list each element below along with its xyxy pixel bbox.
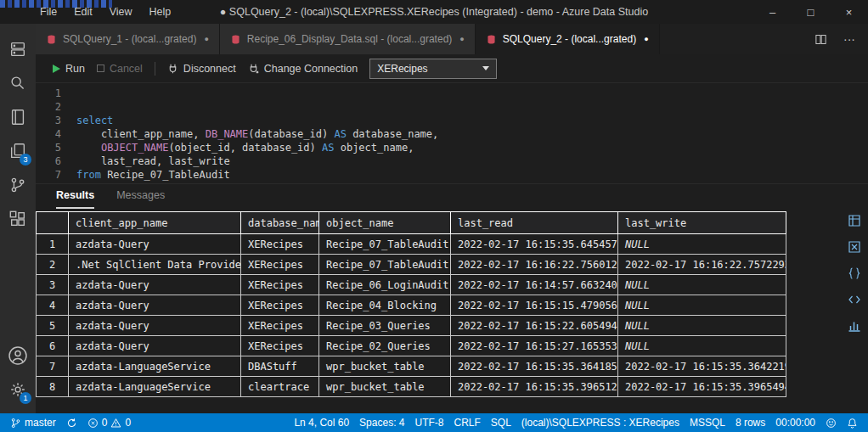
feedback-button[interactable] bbox=[820, 418, 842, 429]
cell[interactable]: azdata-Query bbox=[69, 234, 241, 255]
cell[interactable]: azdata-LanguageService bbox=[69, 377, 241, 397]
database-dropdown[interactable]: XERecipes bbox=[369, 59, 497, 79]
cell[interactable]: NULL bbox=[618, 295, 786, 316]
cell[interactable]: cleartrace bbox=[241, 377, 319, 397]
cell[interactable]: Recipe_06_LoginAudit bbox=[319, 275, 451, 295]
cell[interactable]: azdata-Query bbox=[69, 275, 241, 295]
dirty-indicator[interactable]: ● bbox=[459, 35, 464, 43]
row-number[interactable]: 7 bbox=[37, 356, 69, 377]
search-icon[interactable] bbox=[3, 66, 32, 100]
code-line[interactable]: 1 bbox=[36, 87, 868, 100]
task-history-icon[interactable]: 3 bbox=[3, 134, 32, 168]
disconnect-button[interactable]: Disconnect bbox=[167, 63, 236, 75]
save-as-excel-icon[interactable] bbox=[846, 238, 863, 255]
sql-editor[interactable]: 123select4 client_app_name, DB_NAME(data… bbox=[36, 83, 868, 183]
provider[interactable]: MSSQL bbox=[685, 417, 730, 429]
cell[interactable]: XERecipes bbox=[241, 336, 319, 356]
cell[interactable]: 2022-02-17 16:14:57.6632402 bbox=[451, 275, 618, 295]
cell[interactable]: 2022-02-17 16:16:22.7572293 bbox=[618, 255, 786, 275]
cell[interactable]: 2022-02-17 16:15:35.3642219 bbox=[618, 356, 786, 377]
cell[interactable]: XERecipes bbox=[241, 295, 319, 316]
row-number[interactable]: 1 bbox=[37, 234, 69, 255]
source-control-icon[interactable] bbox=[3, 168, 32, 202]
cell[interactable]: 2022-02-17 16:15:35.3965494 bbox=[618, 377, 786, 397]
code-line[interactable]: 2 bbox=[36, 100, 868, 114]
code-line[interactable]: 3select bbox=[36, 114, 868, 127]
column-header[interactable]: last_read bbox=[451, 212, 618, 234]
settings-gear-icon[interactable]: 1 bbox=[3, 373, 32, 407]
code-line[interactable]: 5 OBJECT_NAME(object_id, database_id) AS… bbox=[36, 141, 868, 154]
cell[interactable]: 2022-02-17 16:16:22.7560125 bbox=[451, 255, 618, 275]
save-as-csv-icon[interactable] bbox=[846, 212, 863, 229]
cell[interactable]: azdata-Query bbox=[69, 316, 241, 336]
tab-sqlquery-2[interactable]: SQLQuery_2 - (local...grated) ● bbox=[476, 24, 660, 54]
extensions-icon[interactable] bbox=[3, 202, 32, 236]
connections-icon[interactable] bbox=[3, 32, 32, 66]
cell[interactable]: Recipe_07_TableAudit bbox=[319, 234, 451, 255]
cell[interactable]: Recipe_02_Queries bbox=[319, 336, 451, 356]
cell[interactable]: XERecipes bbox=[241, 316, 319, 336]
tab-results[interactable]: Results bbox=[56, 189, 94, 209]
code-line[interactable]: 7from Recipe_07_TableAudit bbox=[36, 168, 868, 182]
account-icon[interactable] bbox=[3, 339, 32, 373]
cell[interactable]: NULL bbox=[618, 336, 786, 356]
problems-button[interactable]: 0 0 bbox=[82, 417, 136, 429]
row-number[interactable]: 6 bbox=[37, 336, 69, 356]
cell[interactable]: 2022-02-17 16:15:22.6054944 bbox=[451, 316, 618, 336]
connection-status[interactable]: (local)\SQLEXPRESS : XERecipes bbox=[516, 417, 685, 429]
language-mode[interactable]: SQL bbox=[486, 417, 516, 429]
close-button[interactable]: × bbox=[830, 0, 868, 24]
row-number[interactable]: 4 bbox=[37, 295, 69, 316]
cell[interactable]: XERecipes bbox=[241, 255, 319, 275]
tab-recipe-06-display-data[interactable]: Recipe_06_Display_Data.sql - (local...gr… bbox=[220, 24, 476, 54]
maximize-button[interactable]: □ bbox=[792, 0, 830, 24]
cell[interactable]: .Net SqlClient Data Provider bbox=[69, 255, 241, 275]
row-number[interactable]: 5 bbox=[37, 316, 69, 336]
minimize-button[interactable]: – bbox=[753, 0, 792, 24]
dirty-indicator[interactable]: ● bbox=[204, 35, 208, 43]
indentation[interactable]: Spaces: 4 bbox=[354, 417, 409, 429]
cell[interactable]: wpr_bucket_table bbox=[319, 377, 451, 397]
row-number[interactable]: 2 bbox=[37, 255, 69, 275]
cell[interactable]: wpr_bucket_table bbox=[319, 356, 451, 377]
cell[interactable]: 2022-02-17 16:15:35.3641858 bbox=[451, 356, 618, 377]
notebooks-icon[interactable] bbox=[3, 100, 32, 134]
cell[interactable]: Recipe_03_Queries bbox=[319, 316, 451, 336]
cell[interactable]: Recipe_04_Blocking bbox=[319, 295, 451, 316]
row-number[interactable]: 8 bbox=[37, 377, 69, 397]
cell[interactable]: 2022-02-17 16:15:35.6454571 bbox=[451, 234, 618, 255]
column-header[interactable]: last_write bbox=[618, 212, 786, 234]
tab-sqlquery-1[interactable]: SQLQuery_1 - (local...grated) ● bbox=[36, 24, 220, 54]
cell[interactable]: NULL bbox=[618, 316, 786, 336]
eol-sequence[interactable]: CRLF bbox=[448, 417, 485, 429]
column-header[interactable]: client_app_name bbox=[69, 212, 241, 234]
git-branch-button[interactable]: master bbox=[5, 417, 61, 429]
encoding[interactable]: UTF-8 bbox=[409, 417, 448, 429]
cell[interactable]: 2022-02-17 16:15:35.3965122 bbox=[451, 377, 618, 397]
code-line[interactable]: 6 last_read, last_write bbox=[36, 154, 868, 168]
run-button[interactable]: Run bbox=[53, 63, 85, 75]
sync-button[interactable] bbox=[61, 418, 82, 429]
save-as-json-icon[interactable] bbox=[846, 265, 863, 282]
chart-icon[interactable] bbox=[846, 317, 863, 334]
cell[interactable]: XERecipes bbox=[241, 275, 319, 295]
cell[interactable]: 2022-02-17 16:15:27.1653535 bbox=[451, 336, 618, 356]
code-line[interactable]: 4 client_app_name, DB_NAME(database_id) … bbox=[36, 127, 868, 141]
save-as-xml-icon[interactable] bbox=[846, 291, 863, 308]
column-header[interactable]: database_name bbox=[241, 212, 319, 234]
dirty-indicator[interactable]: ● bbox=[644, 35, 648, 43]
change-connection-button[interactable]: Change Connection bbox=[248, 63, 358, 75]
cell[interactable]: azdata-LanguageService bbox=[69, 356, 241, 377]
split-editor-icon[interactable] bbox=[810, 29, 831, 49]
cell[interactable]: NULL bbox=[618, 234, 786, 255]
notifications-button[interactable] bbox=[842, 418, 863, 429]
row-number[interactable]: 3 bbox=[37, 275, 69, 295]
cell[interactable]: azdata-Query bbox=[69, 336, 241, 356]
column-header[interactable]: object_name bbox=[319, 212, 451, 234]
more-actions-icon[interactable]: ··· bbox=[839, 29, 860, 49]
row-number-header[interactable] bbox=[37, 212, 69, 234]
cursor-position[interactable]: Ln 4, Col 60 bbox=[289, 417, 354, 429]
cell[interactable]: XERecipes bbox=[241, 234, 319, 255]
cell[interactable]: azdata-Query bbox=[69, 295, 241, 316]
cell[interactable]: 2022-02-17 16:15:15.4790564 bbox=[451, 295, 618, 316]
